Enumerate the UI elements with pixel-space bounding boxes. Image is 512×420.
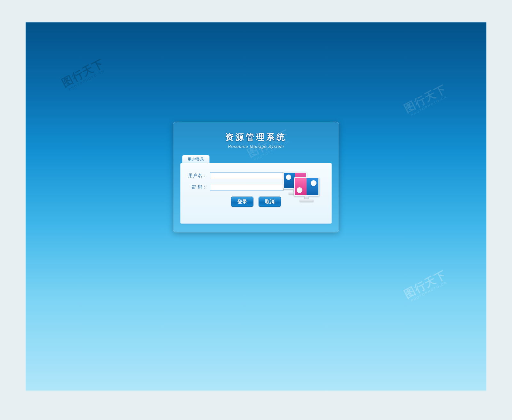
watermark-sub: PHOTOPHOTO.CN <box>408 93 450 118</box>
watermark: 图行天下 PHOTOPHOTO.CN <box>402 83 450 118</box>
row-password: 密 码： <box>188 184 284 191</box>
password-input[interactable] <box>210 184 284 191</box>
watermark-sub: PHOTOPHOTO.CN <box>66 68 108 93</box>
row-username: 用户名： <box>188 172 284 179</box>
app-title-cn: 资源管理系统 <box>180 132 332 143</box>
watermark-text: 图行天下 <box>402 82 448 115</box>
tab-bar: 用户登录 <box>182 155 332 163</box>
login-stage: 图行天下 PHOTOPHOTO.CN 图行天下 PHOTOPHOTO.CN 图行… <box>26 22 486 391</box>
username-label: 用户名： <box>188 173 210 179</box>
login-button[interactable]: 登录 <box>231 197 253 207</box>
login-panel: 资源管理系统 Resource Manage System 用户登录 用户名： … <box>173 122 339 232</box>
watermark: 图行天下 PHOTOPHOTO.CN <box>402 269 450 304</box>
monitor-icon <box>294 177 319 202</box>
monitors-illustration <box>281 170 326 205</box>
form-rows: 用户名： 密 码： <box>188 172 284 191</box>
login-form-card: 用户名： 密 码： 登录 取消 <box>180 163 332 224</box>
username-input[interactable] <box>210 172 284 179</box>
cancel-button[interactable]: 取消 <box>259 197 281 207</box>
watermark: 图行天下 PHOTOPHOTO.CN <box>60 57 108 93</box>
password-label: 密 码： <box>188 184 210 190</box>
watermark-text: 图行天下 <box>60 57 106 89</box>
tab-user-login[interactable]: 用户登录 <box>182 155 210 163</box>
app-title-en: Resource Manage System <box>180 144 332 149</box>
panel-header: 资源管理系统 Resource Manage System <box>180 130 332 155</box>
watermark-text: 图行天下 <box>402 268 448 300</box>
watermark-sub: PHOTOPHOTO.CN <box>408 279 450 304</box>
